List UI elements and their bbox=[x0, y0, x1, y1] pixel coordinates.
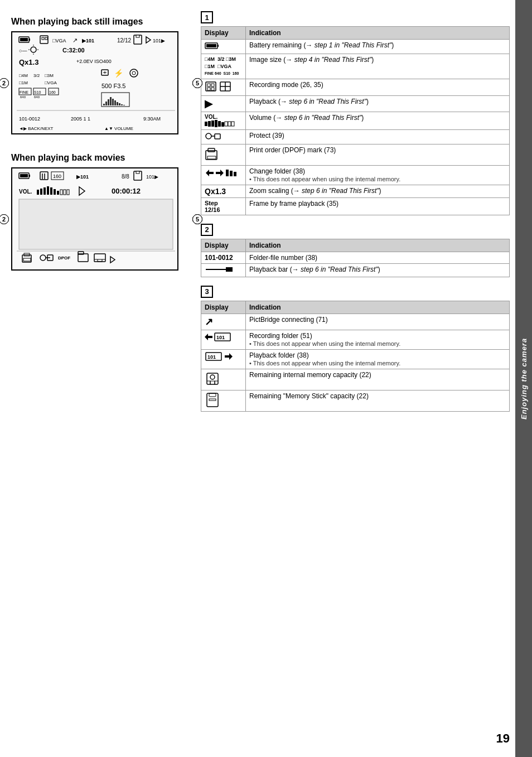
table-row: Qx1.3 Zoom scaling (→ step 6 in "Read Th… bbox=[201, 185, 510, 197]
movie-heading: When playing back movies bbox=[11, 153, 187, 163]
svg-rect-145 bbox=[209, 393, 216, 397]
svg-rect-82 bbox=[64, 190, 66, 195]
svg-rect-114 bbox=[205, 122, 207, 126]
svg-rect-49 bbox=[114, 100, 116, 105]
svg-rect-117 bbox=[215, 120, 217, 127]
indication-image-size: Image size (→ step 4 in "Read This First… bbox=[246, 54, 510, 79]
svg-rect-107 bbox=[207, 84, 210, 86]
page-number: 19 bbox=[496, 731, 510, 746]
svg-marker-12 bbox=[146, 37, 151, 43]
indication-recording-folder: Recording folder (51) • This does not ap… bbox=[246, 330, 510, 349]
indication-playback-folder: Playback folder (38) • This does not app… bbox=[246, 349, 510, 369]
svg-rect-104 bbox=[217, 45, 219, 47]
svg-text:101: 101 bbox=[216, 335, 225, 340]
svg-rect-135 bbox=[226, 267, 233, 272]
svg-rect-53 bbox=[123, 105, 125, 105]
display-step: Step12/16 bbox=[201, 197, 246, 215]
indication-zoom: Zoom scaling (→ step 6 in "Read This Fir… bbox=[246, 185, 510, 197]
section-num-1: 1 bbox=[201, 11, 213, 23]
svg-text:▲▼ VOLUME: ▲▼ VOLUME bbox=[104, 126, 133, 131]
svg-marker-130 bbox=[216, 170, 224, 176]
svg-point-33 bbox=[132, 71, 136, 75]
svg-rect-2 bbox=[20, 38, 28, 41]
indication-playback-bar: Playback bar (→ step 6 in "Read This Fir… bbox=[246, 263, 510, 277]
svg-text:+2.0EV  ISO400: +2.0EV ISO400 bbox=[76, 59, 112, 64]
svg-rect-63 bbox=[40, 172, 48, 180]
svg-point-32 bbox=[130, 69, 138, 77]
table1-col2-header: Indication bbox=[246, 27, 510, 40]
svg-rect-4 bbox=[42, 37, 44, 40]
svg-text:101: 101 bbox=[207, 354, 216, 360]
svg-rect-46 bbox=[108, 99, 109, 105]
svg-text:○—: ○— bbox=[19, 48, 27, 54]
sidebar-label: Enjoying the camera bbox=[515, 0, 532, 757]
svg-rect-48 bbox=[112, 99, 114, 105]
table-2: Display Indication 101-0012 Folder-file … bbox=[201, 239, 510, 277]
svg-rect-74 bbox=[37, 190, 39, 195]
svg-text:8/8: 8/8 bbox=[122, 173, 129, 180]
display-volume: VOL. bbox=[201, 112, 246, 129]
svg-text:Qx1.3: Qx1.3 bbox=[19, 58, 38, 66]
svg-rect-115 bbox=[208, 121, 211, 127]
indication-battery: Battery remaining (→ step 1 in "Read Thi… bbox=[246, 40, 510, 54]
svg-rect-128 bbox=[207, 156, 216, 159]
indication-volume: Volume (→ step 6 in "Read This First") bbox=[246, 112, 510, 129]
svg-rect-121 bbox=[228, 122, 231, 126]
svg-text:DPOF: DPOF bbox=[58, 255, 70, 261]
indication-internal-memory: Remaining internal memory capacity (22) bbox=[246, 369, 510, 390]
svg-rect-83 bbox=[67, 190, 69, 195]
svg-text:S10: S10 bbox=[34, 90, 41, 94]
label-5-still: 5 bbox=[192, 78, 202, 88]
svg-rect-79 bbox=[54, 189, 56, 195]
svg-text:▶101: ▶101 bbox=[82, 38, 94, 44]
display-folder-num: 101-0012 bbox=[201, 252, 246, 263]
svg-point-143 bbox=[210, 375, 215, 379]
svg-rect-125 bbox=[215, 134, 220, 139]
table-row: ▶ Playback (→ step 6 in "Read This First… bbox=[201, 95, 510, 112]
display-internal-memory bbox=[201, 369, 246, 390]
indication-recording-mode: Recording mode (26, 35) bbox=[246, 79, 510, 95]
table-row: Print order (DPOF) mark (73) bbox=[201, 144, 510, 165]
still-diagram: 1 2 □VGA ↗ bbox=[11, 31, 178, 134]
svg-rect-146 bbox=[209, 399, 216, 401]
svg-rect-77 bbox=[47, 186, 49, 195]
section-num-3: 3 bbox=[201, 286, 213, 298]
table-row: VOL. bbox=[201, 112, 510, 129]
svg-text:C:32:00: C:32:00 bbox=[62, 47, 85, 54]
svg-rect-50 bbox=[117, 102, 118, 105]
svg-rect-80 bbox=[57, 191, 59, 195]
svg-text:VOL.: VOL. bbox=[19, 189, 32, 195]
svg-rect-127 bbox=[208, 148, 215, 152]
svg-rect-78 bbox=[50, 187, 52, 195]
table1-col1-header: Display bbox=[201, 27, 246, 40]
svg-rect-11 bbox=[136, 35, 139, 37]
display-protect bbox=[201, 129, 246, 144]
svg-rect-133 bbox=[234, 172, 236, 176]
table-1: Display Indication Battery re bbox=[201, 26, 510, 215]
indication-playback: Playback (→ step 6 in "Read This First") bbox=[246, 95, 510, 112]
movie-diagram: 1 2 160 ▶101 bbox=[11, 167, 178, 271]
svg-rect-96 bbox=[78, 252, 84, 254]
display-dpof bbox=[201, 144, 246, 165]
display-playback: ▶ bbox=[201, 95, 246, 112]
indication-memory-stick: Remaining "Memory Stick" capacity (22) bbox=[246, 390, 510, 411]
svg-text:00:00:12: 00:00:12 bbox=[112, 187, 141, 195]
table-row: □4M 3/2 □3M□1M □VGA FINE 640 S10 160 Ima… bbox=[201, 54, 510, 79]
svg-rect-119 bbox=[221, 122, 224, 127]
svg-text:640: 640 bbox=[34, 95, 40, 99]
svg-rect-44 bbox=[103, 104, 105, 105]
svg-text:2005  1  1: 2005 1 1 bbox=[71, 116, 90, 122]
svg-text:101▶: 101▶ bbox=[146, 174, 158, 180]
svg-rect-110 bbox=[211, 88, 214, 90]
display-playback-bar bbox=[201, 263, 246, 277]
display-zoom: Qx1.3 bbox=[201, 185, 246, 197]
svg-text:▶101: ▶101 bbox=[76, 174, 89, 180]
svg-rect-131 bbox=[226, 170, 229, 176]
svg-text:9:30AM: 9:30AM bbox=[143, 116, 161, 122]
svg-rect-122 bbox=[231, 122, 234, 126]
table-row: Protect (39) bbox=[201, 129, 510, 144]
label-2-movie: 2 bbox=[0, 214, 9, 224]
table-row: Playback bar (→ step 6 in "Read This Fir… bbox=[201, 263, 510, 277]
display-image-size: □4M 3/2 □3M□1M □VGA FINE 640 S10 160 bbox=[201, 54, 246, 79]
svg-text:3/2: 3/2 bbox=[33, 73, 40, 78]
